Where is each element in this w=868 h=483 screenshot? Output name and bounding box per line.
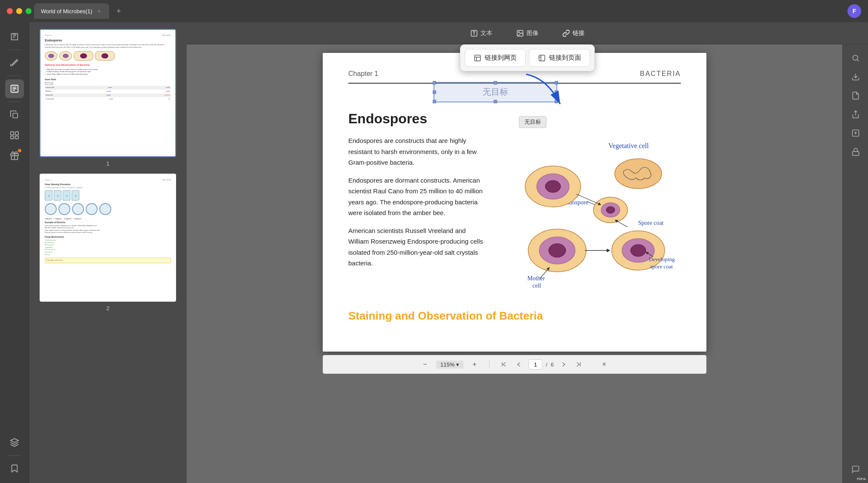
top-toolbar: 文本 图像 链接 链接到网页 链接到页面: [187, 22, 868, 44]
page-navigation: / 6: [498, 358, 584, 370]
no-title-badge: 无目标: [519, 116, 547, 128]
thumbnail-label-1: 1: [106, 160, 109, 167]
first-page-button[interactable]: [498, 358, 510, 370]
gift-badge: [18, 149, 21, 152]
maximize-button[interactable]: [26, 8, 32, 14]
sidebar-icon-layout[interactable]: [5, 126, 24, 145]
sidebar-icon-bookmark-bottom[interactable]: [5, 459, 24, 478]
sidebar-icon-gift[interactable]: [5, 146, 24, 165]
toolbar-image-btn[interactable]: 图像: [511, 27, 544, 40]
svg-line-21: [616, 221, 628, 227]
toolbar-text-btn[interactable]: 文本: [465, 27, 498, 40]
image-icon: [516, 29, 524, 37]
no-title-in-box: 无目标: [434, 83, 556, 98]
zoom-display[interactable]: 115% ▾: [436, 361, 463, 369]
thumbnail-label-2: 2: [106, 305, 109, 311]
sidebar-icon-copy[interactable]: [5, 105, 24, 124]
user-avatar[interactable]: F: [848, 4, 861, 18]
svg-point-19: [606, 207, 615, 213]
text-column: Endospores are constructs that are highl…: [348, 135, 485, 299]
right-protect-button[interactable]: [847, 143, 864, 160]
svg-rect-2: [10, 132, 13, 135]
sidebar-divider-1: [8, 49, 21, 50]
sidebar-icon-brush[interactable]: [5, 53, 24, 72]
new-tab-button[interactable]: +: [113, 5, 124, 17]
next-page-button[interactable]: [557, 358, 569, 370]
active-tab[interactable]: World of Microbes(1) ×: [34, 3, 109, 19]
thumbnail-item-2[interactable]: Chapter 1 BACTERIA Gram Staining Procedu…: [36, 174, 180, 311]
web-link-icon: [474, 54, 481, 62]
link-to-page-btn[interactable]: 链接到页面: [529, 49, 590, 67]
handle-br[interactable]: [555, 100, 558, 103]
traffic-lights: [7, 8, 32, 14]
svg-point-27: [549, 244, 566, 257]
svg-rect-3: [15, 132, 18, 135]
endospores-title: Endospores: [348, 111, 681, 127]
close-toolbar-button[interactable]: ×: [598, 358, 610, 370]
toolbar-link-btn[interactable]: 链接: [557, 27, 590, 40]
right-search-button[interactable]: [847, 49, 864, 67]
svg-rect-43: [852, 151, 859, 155]
svg-point-40: [853, 55, 858, 60]
page-link-icon: [538, 54, 546, 62]
staining-title: Staining and Observation of Bacteria: [348, 309, 681, 323]
svg-text:spore coat: spore coat: [650, 263, 673, 270]
main-layout: Chapter 1 BACTERIA Endospores Endospores…: [0, 22, 868, 483]
right-upload-button[interactable]: [847, 125, 864, 142]
svg-text:Spore coat: Spore coat: [638, 220, 664, 226]
content-columns: Endospores are constructs that are highl…: [348, 135, 681, 299]
prev-page-button[interactable]: [513, 358, 525, 370]
right-import-button[interactable]: [847, 68, 864, 85]
thumbnail-page-1[interactable]: Chapter 1 BACTERIA Endospores Endospores…: [40, 29, 176, 157]
zoom-dropdown-icon: ▾: [456, 361, 459, 368]
svg-rect-10: [475, 55, 480, 61]
tab-bar: World of Microbes(1) × +: [34, 0, 124, 22]
thumbnail-panel[interactable]: Chapter 1 BACTERIA Endospores Endospores…: [29, 22, 187, 483]
link-selection-box[interactable]: 无目标: [434, 82, 557, 102]
vegetative-cell-label: Vegetative cell: [608, 142, 649, 150]
link-to-web-btn[interactable]: 链接到网页: [465, 49, 526, 67]
link-dropdown: 链接到网页 链接到页面: [460, 44, 595, 71]
zoom-in-button[interactable]: +: [469, 358, 480, 370]
endospores-diagram: Vegetative cell Free endospore: [502, 135, 681, 297]
thumbnail-item-1[interactable]: Chapter 1 BACTERIA Endospores Endospores…: [36, 29, 180, 167]
para3: American scientists Russell Vreeland and…: [348, 225, 485, 269]
right-share-button[interactable]: [847, 106, 864, 123]
tab-title: World of Microbes(1): [41, 8, 92, 15]
close-button[interactable]: [7, 8, 13, 14]
svg-rect-1: [13, 113, 17, 118]
pdf-wrapper[interactable]: Chapter 1 BACTERIA 无目标: [187, 44, 842, 483]
minimize-button[interactable]: [16, 8, 22, 14]
handle-bm[interactable]: [494, 100, 497, 103]
svg-point-9: [518, 32, 519, 32]
titlebar: World of Microbes(1) × + F: [0, 0, 868, 22]
handle-bl[interactable]: [433, 100, 436, 103]
para2: Endospores are dormant constructs. Ameri…: [348, 175, 485, 218]
svg-text:cell: cell: [532, 282, 541, 289]
tab-close-button[interactable]: ×: [95, 8, 102, 15]
page-total: 6: [551, 361, 554, 368]
svg-text:Mother: Mother: [527, 275, 545, 282]
thumbnail-page-2[interactable]: Chapter 1 BACTERIA Gram Staining Procedu…: [40, 174, 176, 302]
bacteria-label: BACTERIA: [640, 70, 681, 78]
svg-text:Developing: Developing: [649, 256, 675, 262]
chapter-label: Chapter 1: [348, 70, 378, 78]
page-number-input[interactable]: [529, 359, 542, 370]
text-icon: [470, 29, 478, 37]
right-pdf-button[interactable]: PDF/A: [847, 87, 864, 104]
left-sidebar: [0, 22, 29, 483]
sidebar-icon-layers[interactable]: [5, 433, 24, 452]
content-area: 文本 图像 链接 链接到网页 链接到页面: [187, 22, 868, 483]
bottom-toolbar: − 115% ▾ + /: [323, 355, 706, 374]
right-chat-button[interactable]: [847, 461, 864, 478]
zoom-out-button[interactable]: −: [419, 358, 431, 370]
sidebar-icon-notes[interactable]: [5, 79, 24, 98]
toolbar-link-label: 链接: [573, 29, 584, 37]
link-icon: [562, 29, 570, 37]
para1: Endospores are constructs that are highl…: [348, 135, 485, 168]
sidebar-icon-bookmark[interactable]: [5, 27, 24, 46]
svg-rect-4: [10, 136, 13, 139]
page-separator: /: [546, 361, 547, 368]
sidebar-divider-bottom: [8, 455, 21, 456]
last-page-button[interactable]: [573, 358, 584, 370]
